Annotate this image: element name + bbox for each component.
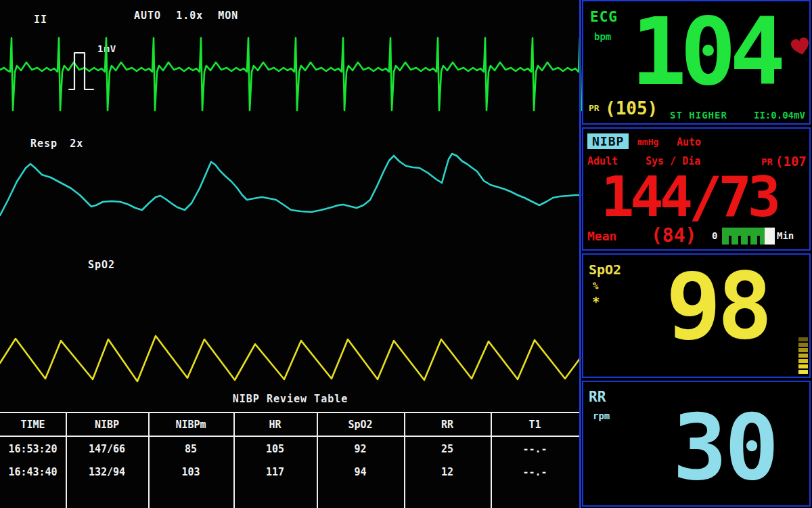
nibp-value: 144/73 (601, 169, 777, 225)
col-header-spo2: SpO2 (317, 419, 404, 431)
table-divider (404, 412, 405, 508)
timer-unit-label: Min (777, 230, 794, 241)
ecg-mode-row: AUTO 1.0x MON (134, 9, 238, 22)
nibp-unit-label: mmHg (637, 137, 658, 147)
ecg-lead-label[interactable]: II (34, 14, 47, 26)
ecg-panel[interactable]: ECG bpm 104 PR (105) ST HIGHER II:0.04mV (582, 0, 811, 125)
table-divider (317, 412, 318, 508)
cell-hr: 117 (233, 466, 317, 478)
cell-spo2: 92 (317, 443, 404, 455)
table-divider (148, 412, 150, 508)
waveform-area: II AUTO 1.0x MON 1mV Resp 2x SpO2 NIBP R… (0, 0, 581, 508)
cell-nibp: 147/66 (66, 443, 148, 455)
col-header-nibp: NIBP (66, 419, 148, 431)
st-status: ST HIGHER (670, 110, 727, 121)
cell-nibpm: 103 (148, 466, 233, 478)
resp-waveform (0, 149, 581, 230)
rr-panel-label: RR (589, 389, 606, 405)
table-title: NIBP Review Table (0, 393, 581, 405)
heartbeat-icon (788, 35, 812, 59)
ecg-panel-label: ECG (590, 9, 618, 25)
resp-trace (0, 154, 581, 215)
table-row[interactable]: 16:53:20 147/66 85 105 92 25 --.- (0, 438, 579, 461)
spo2-value: 98 (666, 260, 769, 352)
cell-t1: --.- (491, 466, 579, 478)
nibp-review-table: NIBP Review Table TIME NIBP NIBPm HR SpO… (0, 391, 581, 508)
rr-panel[interactable]: RR rpm 30 (582, 381, 811, 507)
col-header-time: TIME (0, 419, 66, 431)
col-header-hr: HR (233, 419, 317, 431)
resp-gain-label: 2x (70, 137, 83, 150)
cell-time: 16:53:20 (0, 443, 66, 455)
ecg-gain-label[interactable]: 1.0x (176, 9, 203, 22)
cell-nibp: 132/94 (66, 466, 148, 478)
col-header-nibpm: NIBPm (148, 419, 233, 431)
nibp-pr-value: (107 (775, 154, 807, 169)
cell-nibpm: 85 (148, 443, 233, 455)
st-value: II:0.04mV (754, 110, 805, 121)
resp-label-row: Resp 2x (30, 137, 83, 150)
ecg-waveform (0, 27, 581, 122)
signal-strength-indicator (798, 337, 808, 374)
mean-label: Mean (587, 229, 616, 243)
col-header-t1: T1 (491, 419, 579, 431)
timer-start-label: 0 (712, 230, 717, 241)
cell-t1: --.- (491, 443, 579, 455)
panel-divider (579, 0, 581, 508)
pr-value: (105) (605, 98, 658, 119)
sweep-mode-label[interactable]: AUTO (134, 9, 161, 22)
cell-rr: 25 (404, 443, 491, 455)
rr-unit-label: rpm (593, 410, 610, 421)
pr-label: PR (589, 103, 600, 113)
table-divider (66, 412, 67, 508)
table-row[interactable]: 16:43:40 132/94 103 117 94 12 --.- (0, 461, 579, 484)
table-header-row: TIME NIBP NIBPm HR SpO2 RR T1 (0, 412, 579, 437)
table-divider (233, 412, 235, 508)
spo2-unit-label: % (593, 280, 598, 291)
pulse-beat-marker: * (592, 294, 600, 309)
resp-label[interactable]: Resp (30, 137, 58, 150)
cell-time: 16:43:40 (0, 466, 66, 478)
table-divider (491, 412, 492, 508)
nibp-timer-bar (722, 228, 775, 245)
mean-value: (84) (651, 224, 696, 247)
ecg-trace (0, 38, 581, 110)
spo2-panel[interactable]: SpO2 % * 98 (582, 253, 811, 378)
spo2-panel-label: SpO2 (589, 261, 621, 278)
cell-spo2: 94 (317, 466, 404, 478)
ecg-filter-label[interactable]: MON (218, 9, 238, 22)
pleth-trace (0, 336, 581, 381)
ecg-unit-label: bpm (594, 31, 611, 42)
pleth-label[interactable]: SpO2 (88, 259, 115, 271)
nibp-panel[interactable]: NIBP mmHg Auto Adult Sys / Dia PR (107 1… (582, 127, 811, 251)
heart-rate-value: 104 (631, 5, 779, 99)
pleth-waveform (0, 324, 581, 386)
cell-hr: 105 (233, 443, 317, 455)
rr-value: 30 (673, 402, 776, 493)
cell-rr: 12 (404, 466, 491, 478)
col-header-rr: RR (404, 419, 491, 431)
nibp-mode-label[interactable]: Auto (677, 136, 701, 148)
nibp-panel-label[interactable]: NIBP (587, 133, 629, 149)
